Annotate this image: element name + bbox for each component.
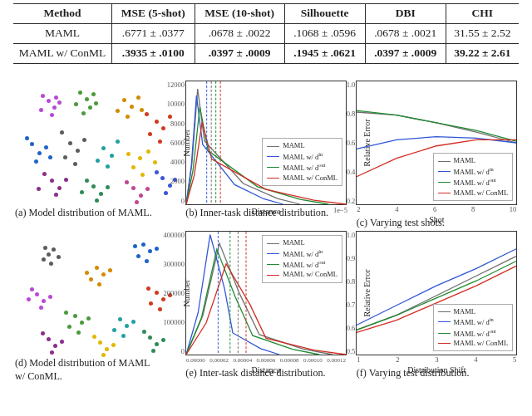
col-mse10: MSE (10-shot) <box>195 4 284 24</box>
yticks: 1.00.8 0.60.4 0.2 <box>340 81 355 204</box>
panel-c: Relative Error 1.00.8 0.60.4 0.2 MAML MA… <box>355 81 519 229</box>
col-mse5: MSE (5-shot) <box>112 4 195 24</box>
panel-a: (a) Model distribution of MAML. <box>13 81 177 229</box>
panel-b: Number 1200010000 80006000 40002000 0 MA… <box>184 81 347 229</box>
xlabel: Distribution Shift <box>407 365 466 374</box>
col-chi: CHI <box>446 4 519 24</box>
figure-grid: (a) Model distribution of MAML. Number 1… <box>13 81 519 383</box>
table-row: MAML w/ ConML .3935 ± .0100 .0397 ± .000… <box>13 44 519 64</box>
panel-f: Relative Error 1.00.9 0.80.7 0.60.5 MAML… <box>355 231 519 383</box>
cell-dbi: .0678 ± .0021 <box>365 24 446 44</box>
col-method: Method <box>13 4 112 24</box>
legend-b: MAML MAML w/ din MAML w/ dout MAML w/ Co… <box>262 138 342 186</box>
cell-chi: 31.55 ± 2.52 <box>446 24 519 44</box>
col-dbi: DBI <box>365 4 446 24</box>
cell-mse5: .3935 ± .0100 <box>112 44 195 64</box>
results-table: Method MSE (5-shot) MSE (10-shot) Silhou… <box>13 3 519 64</box>
scatter-dots <box>15 81 176 205</box>
xlabel: Shot <box>429 215 444 224</box>
cell-chi: 39.22 ± 2.61 <box>446 44 519 64</box>
col-silhouette: Silhouette <box>284 4 365 24</box>
legend-f: MAML MAML w/ din MAML w/ dout MAML w/ Co… <box>433 304 514 352</box>
xlabel: Distance <box>251 207 280 216</box>
legend-e: MAML MAML w/ din MAML w/ dout MAML w/ Co… <box>262 235 342 283</box>
plot-e: Number 400000300000 200000100000 0 MAML … <box>185 231 347 355</box>
plot-a <box>15 81 176 205</box>
cell-sil: .1068 ± .0596 <box>284 24 365 44</box>
plot-c: Relative Error 1.00.8 0.60.4 0.2 MAML MA… <box>356 81 517 205</box>
xticks: 24 68 10 <box>357 205 516 213</box>
table-row: MAML .6771 ± .0377 .0678 ± .0022 .1068 ±… <box>13 24 519 44</box>
panel-d: (d) Model distribution of MAMLw/ ConML. <box>13 231 177 383</box>
cell-sil: .1945 ± .0621 <box>284 44 365 64</box>
scatter-dots <box>15 231 176 355</box>
yticks: 1.00.9 0.80.7 0.60.5 <box>340 232 355 355</box>
caption-a: (a) Model distribution of MAML. <box>13 207 152 219</box>
cell-mse10: .0678 ± .0022 <box>195 24 284 44</box>
legend-c: MAML MAML w/ din MAML w/ dout MAML w/ Co… <box>433 153 514 201</box>
xticks: 0.000000.00002 0.000040.00006 0.000080.0… <box>186 357 346 364</box>
panel-e: Number 400000300000 200000100000 0 MAML … <box>184 231 347 383</box>
x-exponent: 1e−5 <box>333 206 347 214</box>
yticks: 400000300000 200000100000 0 <box>170 232 185 355</box>
cell-mse5: .6771 ± .0377 <box>112 24 195 44</box>
xticks: 12 34 5 <box>357 355 516 364</box>
cell-method: MAML <box>13 24 112 44</box>
cell-mse10: .0397 ± .0009 <box>195 44 284 64</box>
cell-dbi: .0397 ± .0009 <box>365 44 446 64</box>
yticks: 1200010000 80006000 40002000 0 <box>170 81 185 204</box>
plot-d <box>15 231 176 355</box>
cell-method: MAML w/ ConML <box>13 44 112 64</box>
table-header-row: Method MSE (5-shot) MSE (10-shot) Silhou… <box>13 4 519 24</box>
xlabel: Distance <box>251 365 280 374</box>
caption-d: (d) Model distribution of MAMLw/ ConML. <box>13 357 150 383</box>
plot-b: Number 1200010000 80006000 40002000 0 MA… <box>185 81 347 205</box>
plot-f: Relative Error 1.00.9 0.80.7 0.60.5 MAML… <box>356 231 517 355</box>
page: Method MSE (5-shot) MSE (10-shot) Silhou… <box>0 0 532 416</box>
